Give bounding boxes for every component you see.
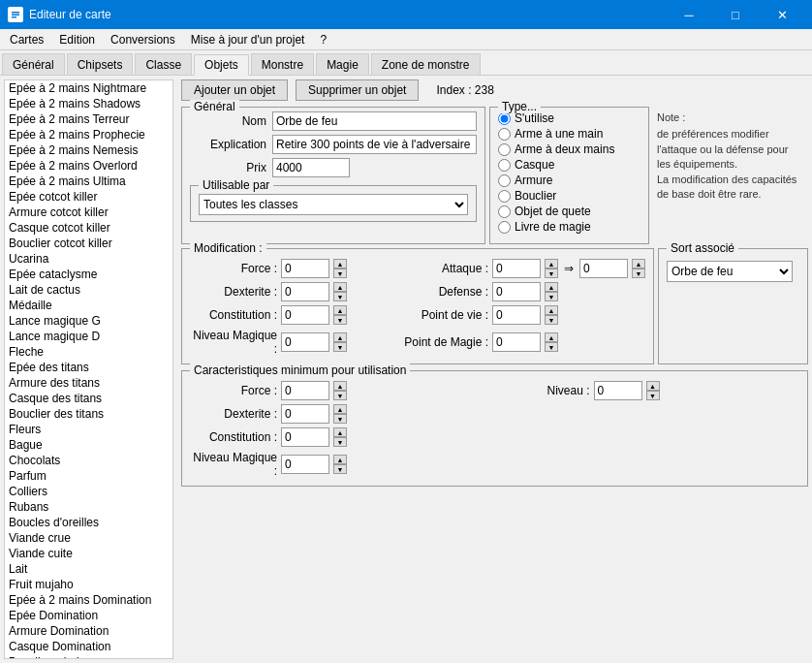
caract-niveaumagique-input[interactable] — [281, 455, 329, 474]
radio-utilise[interactable] — [498, 112, 511, 125]
radio-armure[interactable] — [498, 174, 511, 187]
list-item[interactable]: Chocolats — [5, 453, 172, 468]
niveaumagique-input[interactable] — [281, 332, 329, 352]
tab-general[interactable]: Général — [2, 53, 65, 75]
caract-dexterite-input[interactable] — [281, 404, 329, 424]
attaque-up[interactable]: ▲ — [545, 259, 558, 268]
list-item[interactable]: Casque Domination — [5, 639, 172, 654]
list-item[interactable]: Epée à 2 mains Shadows — [5, 96, 172, 111]
list-item[interactable]: Armure des titans — [5, 375, 172, 391]
explication-input[interactable] — [272, 135, 477, 154]
menu-conversions[interactable]: Conversions — [103, 29, 183, 50]
maximize-button[interactable]: □ — [713, 0, 758, 29]
pointvie-up[interactable]: ▲ — [545, 305, 558, 315]
pointmagie-down[interactable]: ▼ — [545, 342, 558, 352]
radio-livre[interactable] — [498, 221, 511, 234]
caract-force-input[interactable] — [281, 381, 329, 400]
tab-objets[interactable]: Objets — [194, 54, 249, 76]
list-item[interactable]: Epée à 2 mains Overlord — [5, 158, 172, 174]
caract-constitution-input[interactable] — [281, 427, 329, 447]
list-item[interactable]: Viande cuite — [5, 546, 172, 561]
pointvie-down[interactable]: ▼ — [545, 315, 558, 325]
constitution-up[interactable]: ▲ — [333, 305, 347, 315]
constitution-down[interactable]: ▼ — [333, 315, 347, 325]
pointmagie-up[interactable]: ▲ — [545, 332, 558, 342]
list-item[interactable]: Fleurs — [5, 422, 172, 437]
pointmagie-input[interactable] — [492, 332, 541, 352]
list-item[interactable]: Epée cataclysme — [5, 267, 172, 282]
defense-down[interactable]: ▼ — [545, 292, 558, 301]
list-item[interactable]: Lance magique D — [5, 329, 172, 344]
list-item[interactable]: Epée à 2 mains Prophecie — [5, 127, 172, 142]
constitution-input[interactable] — [281, 305, 329, 325]
list-item[interactable]: Colliers — [5, 484, 172, 499]
list-item[interactable]: Bouclier des titans — [5, 406, 172, 422]
dexterite-up[interactable]: ▲ — [333, 282, 347, 292]
tab-magie[interactable]: Magie — [316, 53, 369, 75]
dexterite-input[interactable] — [281, 282, 329, 301]
force-input[interactable] — [281, 259, 329, 278]
list-item[interactable]: Epée Domination — [5, 608, 172, 623]
list-item[interactable]: Casque des titans — [5, 391, 172, 406]
caract-dexterite-down[interactable]: ▼ — [333, 414, 347, 424]
menu-help[interactable]: ? — [312, 29, 334, 50]
add-object-button[interactable]: Ajouter un objet — [181, 79, 288, 101]
attaque2-up[interactable]: ▲ — [632, 259, 645, 268]
list-item[interactable]: Lait de cactus — [5, 282, 172, 298]
tab-chipsets[interactable]: Chipsets — [67, 53, 134, 75]
list-item[interactable]: Fleche — [5, 344, 172, 360]
minimize-button[interactable]: ─ — [667, 0, 711, 29]
attaque-input[interactable] — [492, 259, 541, 278]
menu-cartes[interactable]: Cartes — [2, 29, 51, 50]
defense-input[interactable] — [492, 282, 541, 301]
radio-bouclier[interactable] — [498, 190, 511, 203]
list-item[interactable]: Parfum — [5, 468, 172, 484]
list-item[interactable]: Viande crue — [5, 530, 172, 546]
niveaumagique-up[interactable]: ▲ — [333, 332, 347, 342]
caract-dexterite-up[interactable]: ▲ — [333, 404, 347, 414]
niveaumagique-down[interactable]: ▼ — [333, 342, 347, 352]
force-up[interactable]: ▲ — [333, 259, 347, 268]
dexterite-down[interactable]: ▼ — [333, 292, 347, 301]
caract-force-up[interactable]: ▲ — [333, 381, 347, 391]
list-item[interactable]: Boucles d'oreilles — [5, 515, 172, 530]
pointvie-input[interactable] — [492, 305, 541, 325]
list-item[interactable]: Bouclier miroir — [5, 654, 172, 659]
attaque-input2[interactable] — [579, 259, 628, 278]
caract-constitution-up[interactable]: ▲ — [333, 427, 347, 437]
tab-monstre[interactable]: Monstre — [251, 53, 314, 75]
radio-quete[interactable] — [498, 205, 511, 218]
list-item[interactable]: Armure Domination — [5, 623, 172, 639]
list-item[interactable]: Epée des titans — [5, 360, 172, 375]
list-item[interactable]: Epée à 2 mains Domination — [5, 592, 172, 608]
caract-niveaumagique-up[interactable]: ▲ — [333, 455, 347, 464]
force-down[interactable]: ▼ — [333, 268, 347, 278]
list-item[interactable]: Bouclier cotcot killer — [5, 236, 172, 251]
caract-force-down[interactable]: ▼ — [333, 391, 347, 400]
list-item[interactable]: Rubans — [5, 499, 172, 515]
list-item[interactable]: Lance magique G — [5, 313, 172, 329]
radio-arme1[interactable] — [498, 128, 511, 141]
item-list[interactable]: Epée à 2 mains NightmareEpée à 2 mains S… — [4, 79, 173, 659]
prix-input[interactable] — [272, 158, 350, 177]
menu-edition[interactable]: Edition — [51, 29, 103, 50]
list-item[interactable]: Armure cotcot killer — [5, 205, 172, 220]
caract-niveau-down[interactable]: ▼ — [646, 391, 660, 400]
list-item[interactable]: Epée à 2 mains Nightmare — [5, 80, 172, 96]
list-item[interactable]: Ucarina — [5, 251, 172, 267]
nom-input[interactable] — [272, 111, 477, 131]
defense-up[interactable]: ▲ — [545, 282, 558, 292]
close-button[interactable]: ✕ — [760, 0, 804, 29]
list-item[interactable]: Epée à 2 mains Ultima — [5, 174, 172, 189]
attaque-down[interactable]: ▼ — [545, 268, 558, 278]
tab-classe[interactable]: Classe — [135, 53, 192, 75]
caract-niveaumagique-down[interactable]: ▼ — [333, 464, 347, 474]
menu-miseajour[interactable]: Mise à jour d'un projet — [183, 29, 313, 50]
utilisable-select[interactable]: Toutes les classes Guerrier Mage Prêtre — [199, 194, 468, 215]
caract-niveau-input[interactable] — [594, 381, 642, 400]
list-item[interactable]: Epée cotcot killer — [5, 189, 172, 205]
sort-select[interactable]: Orbe de feu Aucun — [667, 261, 793, 282]
radio-casque[interactable] — [498, 159, 511, 172]
list-item[interactable]: Lait — [5, 561, 172, 577]
list-item[interactable]: Fruit mujaho — [5, 577, 172, 592]
